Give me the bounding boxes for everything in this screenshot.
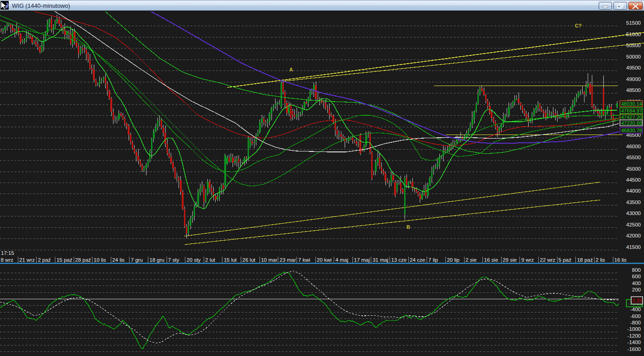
svg-text:-400: -400	[630, 307, 641, 312]
svg-text:44000: 44000	[626, 188, 641, 194]
svg-text:20 lip: 20 lip	[447, 257, 460, 263]
svg-text:42000: 42000	[626, 233, 641, 238]
svg-text:41500: 41500	[626, 244, 641, 250]
svg-text:23 mar: 23 mar	[280, 257, 296, 263]
svg-text:9 wrz: 9 wrz	[521, 257, 534, 263]
svg-text:5 paź: 5 paź	[558, 257, 571, 263]
svg-text:4 maj: 4 maj	[336, 257, 348, 263]
svg-text:18 gru: 18 gru	[150, 257, 165, 263]
svg-text:600: 600	[632, 274, 641, 279]
svg-text:24 lis: 24 lis	[112, 257, 124, 263]
svg-text:15 lut: 15 lut	[224, 257, 237, 263]
svg-text:48500: 48500	[626, 87, 641, 93]
svg-text:18 paź: 18 paź	[577, 257, 593, 263]
svg-text:24 cze: 24 cze	[410, 257, 425, 263]
svg-text:20 sty: 20 sty	[187, 257, 201, 263]
svg-text:7 kwi: 7 kwi	[298, 257, 310, 263]
svg-text:28 paź: 28 paź	[75, 257, 91, 263]
svg-text:7 sty: 7 sty	[168, 257, 179, 263]
svg-text:46830.78: 46830.78	[621, 128, 642, 133]
svg-text:800: 800	[632, 267, 641, 273]
svg-text:400: 400	[632, 280, 641, 286]
svg-text:A: A	[289, 67, 293, 72]
svg-text:51500: 51500	[626, 20, 641, 26]
svg-text:44500: 44500	[626, 177, 641, 183]
svg-text:29 sie: 29 sie	[503, 257, 517, 263]
svg-text:16 lis: 16 lis	[614, 257, 627, 263]
svg-text:43500: 43500	[626, 200, 641, 205]
svg-text:C?: C?	[575, 23, 582, 28]
svg-text:-1400: -1400	[628, 340, 641, 345]
svg-text:B: B	[406, 224, 410, 230]
svg-text:48030.14: 48030.14	[621, 101, 642, 107]
svg-text:42500: 42500	[626, 222, 641, 227]
svg-text:47427.20: 47427.20	[621, 114, 642, 120]
svg-text:20 kwi: 20 kwi	[317, 257, 332, 263]
svg-text:200: 200	[632, 287, 641, 292]
svg-text:21 wrz: 21 wrz	[19, 257, 35, 263]
svg-text:2 lut: 2 lut	[205, 257, 216, 263]
svg-text:47230.88: 47230.88	[621, 120, 642, 126]
svg-text:8 wrz: 8 wrz	[1, 257, 14, 263]
svg-text:2 lis: 2 lis	[595, 257, 605, 263]
svg-text:31 maj: 31 maj	[373, 257, 389, 263]
svg-text:-1000: -1000	[628, 326, 641, 332]
svg-text:16 sie: 16 sie	[484, 257, 498, 263]
svg-text:22 wrz: 22 wrz	[540, 257, 556, 263]
svg-text:-800: -800	[630, 320, 641, 325]
svg-text:2 paź: 2 paź	[38, 257, 51, 263]
svg-text:50000: 50000	[626, 54, 641, 59]
svg-text:49500: 49500	[626, 65, 641, 70]
svg-text:26 lut: 26 lut	[243, 257, 256, 263]
svg-text:2 sie: 2 sie	[465, 257, 476, 263]
svg-text:10 lis: 10 lis	[94, 257, 106, 263]
svg-text:10 mar: 10 mar	[261, 257, 277, 263]
svg-text:45500: 45500	[626, 155, 641, 160]
svg-text:13 cze: 13 cze	[391, 257, 407, 263]
svg-text:46000: 46000	[626, 144, 641, 149]
svg-text:-1200: -1200	[628, 333, 641, 339]
svg-text:15 paź: 15 paź	[56, 257, 72, 263]
svg-text:-600: -600	[630, 313, 641, 319]
svg-text:7 gru: 7 gru	[131, 257, 143, 263]
svg-text:47694.97: 47694.97	[621, 108, 642, 113]
svg-text:45000: 45000	[626, 166, 641, 172]
svg-text:49000: 49000	[626, 76, 641, 82]
svg-text:17 maj: 17 maj	[354, 257, 370, 263]
svg-text:7 lip: 7 lip	[428, 257, 438, 263]
svg-text:3.29: 3.29	[632, 298, 642, 303]
svg-text:17:15: 17:15	[1, 250, 14, 256]
svg-text:43000: 43000	[626, 210, 641, 216]
svg-text:-1600: -1600	[628, 346, 641, 352]
